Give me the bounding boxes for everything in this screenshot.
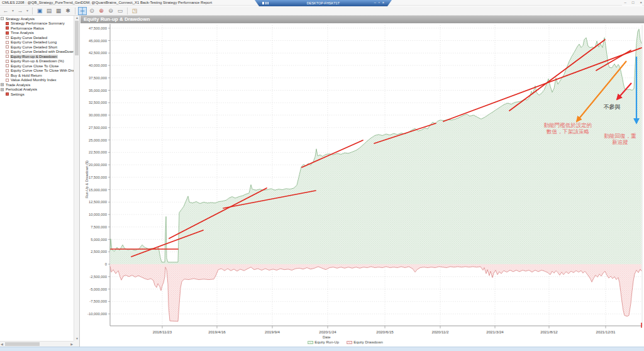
svg-text:15,000,000: 15,000,000 xyxy=(89,188,107,192)
save-icon[interactable]: ▣ xyxy=(35,7,44,15)
sidebar-item-strategy-analysis[interactable]: -Strategy Analysis xyxy=(0,16,74,21)
scroll-up-icon[interactable]: ▲ xyxy=(75,16,79,20)
svg-text:32,500,000: 32,500,000 xyxy=(89,101,107,104)
curve-icon xyxy=(6,45,9,48)
forward-dropdown-icon[interactable]: ▾ xyxy=(25,7,30,15)
sidebar-item-settings[interactable]: Settings xyxy=(0,92,74,97)
scroll-down-icon[interactable]: ▼ xyxy=(75,337,79,340)
curve-icon xyxy=(6,50,9,53)
svg-text:0: 0 xyxy=(105,262,107,266)
expand-icon[interactable]: + xyxy=(1,83,4,86)
rdp-close-button[interactable]: × xyxy=(382,0,384,6)
toolbar-separator xyxy=(127,8,128,14)
svg-text:17,500,000: 17,500,000 xyxy=(89,176,107,179)
chart-legend: Equity Run-UpEquity Drawdown xyxy=(308,340,383,344)
rdp-minimize-button[interactable]: – xyxy=(374,0,376,6)
export-icon[interactable]: ◳ xyxy=(130,7,139,15)
maximize-button[interactable]: □ xyxy=(632,0,635,6)
report-icon xyxy=(6,26,9,30)
sidebar-item-label: Equity Run-up & Drawdown (%) xyxy=(10,59,65,63)
legend-swatch-red xyxy=(347,341,352,344)
curve-icon xyxy=(6,79,9,82)
zoom-window-tool-icon[interactable]: ▭ xyxy=(116,7,125,15)
curve-icon xyxy=(6,41,9,44)
sidebar-item-label: Settings xyxy=(10,92,25,96)
sidebar-horizontal-scrollbar[interactable]: ◀ ▶ xyxy=(0,341,74,347)
sidebar-item-equity-curve-close-to-close[interactable]: Equity Curve Close To Close xyxy=(0,64,74,69)
scroll-thumb[interactable] xyxy=(5,342,40,346)
sidebar-tree: -Strategy AnalysisStrategy Performance S… xyxy=(0,16,74,341)
svg-text:22,500,000: 22,500,000 xyxy=(89,150,107,154)
collapse-icon[interactable]: - xyxy=(1,17,4,20)
svg-text:-7,500,000: -7,500,000 xyxy=(89,299,107,303)
pin-icon[interactable] xyxy=(262,2,264,4)
rdp-title: DESKTOP-FHSKT1T xyxy=(307,1,340,5)
sidebar-item-equity-run-up-drawdown[interactable]: Equity Run-up & Drawdown xyxy=(0,54,74,59)
report-icon xyxy=(6,22,9,25)
sidebar: -Strategy AnalysisStrategy Performance S… xyxy=(0,16,80,347)
y-axis-title: Run-Up & Drawdown ($) xyxy=(85,160,89,198)
sidebar-item-trade-analysis[interactable]: +Trade Analysis xyxy=(0,82,74,87)
sidebar-item-equity-curve-detailed[interactable]: Equity Curve Detailed xyxy=(0,35,74,40)
sidebar-item-equity-curve-detailed-with-drawdown[interactable]: Equity Curve Detailed with DrawDown xyxy=(0,50,74,55)
sidebar-item-buy-hold-return[interactable]: Buy & Hold Return xyxy=(0,73,74,78)
sidebar-item-equity-curve-close-to-close-with-drawdown[interactable]: Equity Curve Close To Close With Drawdow… xyxy=(0,69,74,74)
zoom-out-tool-icon[interactable]: ⊖ xyxy=(106,7,115,15)
window-controls: –□× xyxy=(622,0,642,6)
curve-icon xyxy=(6,74,9,77)
legend-item-equity-run-up: Equity Run-Up xyxy=(308,340,339,344)
rdp-connection-bar[interactable]: DESKTOP-FHSKT1T –▫× xyxy=(255,0,392,6)
report-panel: Equity Run-up & Drawdown -10,000,000-7,5… xyxy=(80,16,644,347)
sidebar-item-equity-run-up-drawdown[interactable]: Equity Run-up & Drawdown (%) xyxy=(0,59,74,64)
toolbar-separator xyxy=(32,8,33,14)
status-strip xyxy=(0,347,644,351)
sidebar-item-label: Periodical Analysis xyxy=(5,87,38,91)
svg-text:25,000,000: 25,000,000 xyxy=(89,138,107,142)
toolbar: ←▾→▾▣▤▦✱┼⊙⊕⊖▭◳ xyxy=(0,6,644,16)
svg-text:2021/12/31: 2021/12/31 xyxy=(596,330,616,334)
sidebar-item-value-added-monthly-index[interactable]: Value Added Monthly Index xyxy=(0,78,74,83)
sidebar-item-time-analysis[interactable]: Time Analysis xyxy=(0,31,74,36)
chart-panel-header: Equity Run-up & Drawdown xyxy=(80,16,644,23)
rdp-controls: –▫× xyxy=(374,0,384,6)
crosshair-tool-icon[interactable]: ┼ xyxy=(78,7,87,15)
svg-text:5,000,000: 5,000,000 xyxy=(91,238,107,242)
rdp-restore-button[interactable]: ▫ xyxy=(379,0,380,6)
close-button[interactable]: × xyxy=(640,0,642,6)
expand-icon[interactable]: + xyxy=(1,88,4,91)
sidebar-item-label: Strategy Analysis xyxy=(5,17,35,21)
svg-text:2020/6/15: 2020/6/15 xyxy=(376,330,394,334)
sidebar-vertical-scrollbar[interactable]: ▲ ▼ xyxy=(74,16,79,341)
sidebar-item-equity-curve-detailed-long[interactable]: Equity Curve Detailed Long xyxy=(0,40,74,45)
svg-text:2019/4/16: 2019/4/16 xyxy=(208,330,226,334)
zoom-in-tool-icon[interactable]: ⊕ xyxy=(97,7,106,15)
svg-text:-10,000,000: -10,000,000 xyxy=(87,312,107,316)
svg-text:7,500,000: 7,500,000 xyxy=(91,225,107,229)
curve-icon xyxy=(6,69,9,72)
back-dropdown-icon[interactable]: ▾ xyxy=(11,7,15,15)
toolbar-separator xyxy=(75,8,75,14)
scroll-right-icon[interactable]: ▶ xyxy=(70,343,73,346)
sidebar-item-label: Equity Run-up & Drawdown xyxy=(10,55,58,58)
back-icon[interactable]: ← xyxy=(1,7,10,15)
signal-icon xyxy=(265,2,269,4)
curve-icon xyxy=(6,60,9,63)
sidebar-item-performance-ratios[interactable]: Performance Ratios xyxy=(0,26,74,31)
sidebar-item-label: Equity Curve Detailed xyxy=(10,36,48,40)
settings-gear-icon[interactable]: ✱ xyxy=(64,7,72,15)
sidebar-item-periodical-analysis[interactable]: +Periodical Analysis xyxy=(0,87,74,92)
sidebar-item-equity-curve-detailed-short[interactable]: Equity Curve Detailed Short xyxy=(0,45,74,50)
minimize-button[interactable]: – xyxy=(625,0,626,6)
chart-title: Equity Run-up & Drawdown xyxy=(84,16,150,22)
forward-icon[interactable]: → xyxy=(16,7,25,15)
scroll-thumb[interactable] xyxy=(75,21,79,55)
sidebar-item-label: Time Analysis xyxy=(10,31,35,35)
scroll-left-icon[interactable]: ◀ xyxy=(1,343,3,346)
print-icon[interactable]: ▦ xyxy=(54,7,63,15)
print-preview-icon[interactable]: ▤ xyxy=(45,7,53,15)
pan-tool-icon[interactable]: ⊙ xyxy=(87,7,96,15)
x-axis-title: Date xyxy=(323,335,331,339)
sidebar-item-strategy-performance-summary[interactable]: Strategy Performance Summary xyxy=(0,21,74,26)
svg-text:12,500,000: 12,500,000 xyxy=(89,200,107,204)
chart-area[interactable]: -10,000,000-7,500,000-5,000,000-2,500,00… xyxy=(80,23,644,347)
